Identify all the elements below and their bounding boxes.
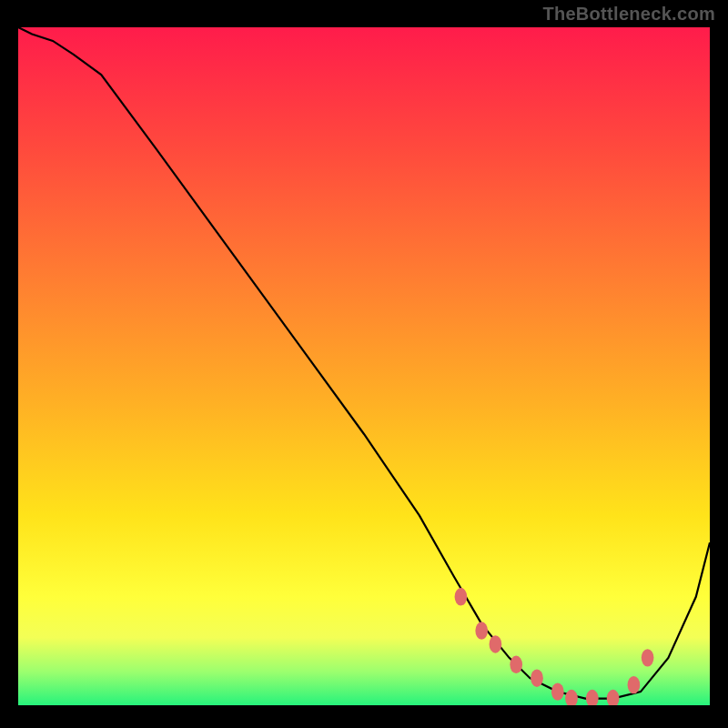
- highlight-marker: [586, 690, 599, 705]
- highlight-marker: [531, 670, 543, 687]
- highlight-marker: [490, 635, 502, 652]
- highlight-marker: [565, 690, 578, 705]
- highlight-marker: [455, 588, 468, 605]
- highlight-marker: [551, 682, 564, 700]
- highlight-marker: [475, 622, 488, 639]
- chart-frame: TheBottleneck.com: [0, 0, 728, 728]
- highlight-marker: [642, 649, 654, 666]
- bottleneck-curve-line: [18, 27, 710, 699]
- highlight-marker: [628, 676, 641, 693]
- highlight-marker: [510, 656, 522, 673]
- highlighted-markers-group: [455, 588, 654, 705]
- highlight-marker: [607, 690, 620, 705]
- curve-layer: [18, 27, 710, 705]
- plot-area: [18, 27, 710, 705]
- watermark-text: TheBottleneck.com: [542, 4, 715, 25]
